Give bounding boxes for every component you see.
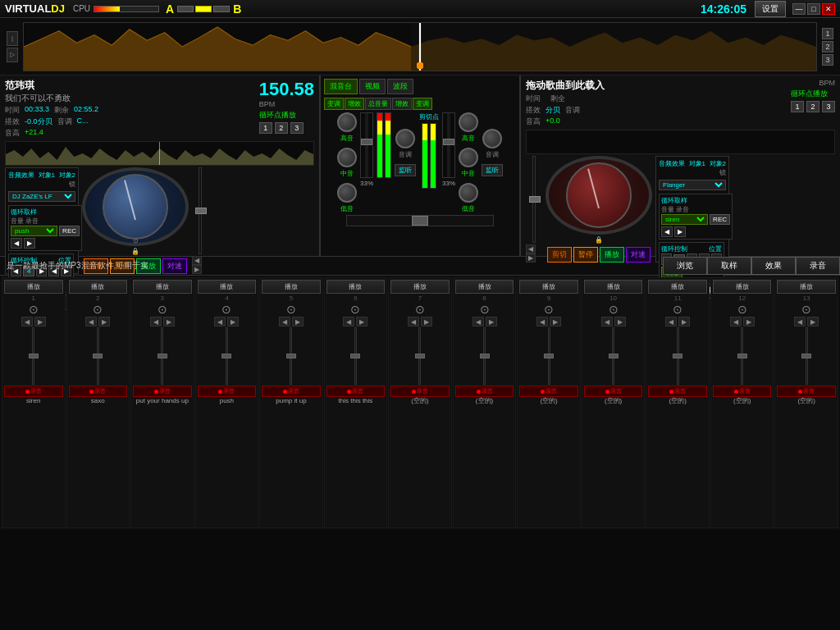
samp-icon-5[interactable]: ⊙: [286, 303, 296, 316]
prev-sample-btn[interactable]: ◀: [11, 238, 22, 249]
samp-arr-l-4[interactable]: ◀: [214, 317, 226, 326]
samp-icon-3[interactable]: ⊙: [158, 303, 167, 316]
mixer-tab-band[interactable]: 波段: [387, 79, 413, 94]
samp-play-12[interactable]: 播放: [713, 280, 772, 294]
samp-arr-r-8[interactable]: ▶: [486, 317, 497, 326]
waveform-left-btn1[interactable]: |: [7, 31, 18, 46]
samp-icon-2[interactable]: ⊙: [93, 303, 103, 316]
right-low-knob[interactable]: [459, 183, 478, 203]
samp-arm-9[interactable]: 录音: [519, 386, 578, 397]
samp-fader-thumb-8[interactable]: [480, 354, 490, 358]
r-loop-btn-1[interactable]: 1: [791, 101, 804, 112]
samp-play-3[interactable]: 播放: [133, 280, 192, 294]
samp-fader-thumb-6[interactable]: [350, 354, 360, 358]
samp-play-5[interactable]: 播放: [262, 280, 321, 294]
samp-arr-l-8[interactable]: ◀: [472, 317, 484, 326]
samp-arr-l-3[interactable]: ◀: [150, 317, 162, 326]
pitch-thumb-left[interactable]: [195, 208, 207, 214]
samp-icon-4[interactable]: ⊙: [221, 303, 231, 316]
right-turntable[interactable]: [546, 156, 652, 235]
tab-browse[interactable]: 浏览: [663, 257, 707, 275]
right-tone-knob[interactable]: [482, 129, 502, 148]
samp-icon-1[interactable]: ⊙: [29, 303, 39, 316]
samp-arr-l-12[interactable]: ◀: [730, 317, 742, 326]
samp-fader-thumb-10[interactable]: [609, 354, 619, 358]
sub-tab-3[interactable]: 总音量: [365, 98, 391, 110]
samp-arr-r-9[interactable]: ▶: [550, 317, 561, 326]
loop-btn-1[interactable]: 1: [259, 122, 272, 134]
settings-button[interactable]: 设置: [755, 1, 786, 17]
samp-arr-l-7[interactable]: ◀: [408, 317, 419, 326]
samp-play-1[interactable]: 播放: [4, 280, 63, 294]
samp-arm-2[interactable]: 录音: [69, 386, 128, 397]
right-volume-fader[interactable]: [442, 112, 455, 178]
left-low-knob[interactable]: [337, 183, 357, 203]
waveform-left-btn2[interactable]: ▷: [7, 48, 18, 62]
sub-tab-1[interactable]: 变调: [324, 98, 344, 110]
right-pitch-left-btn[interactable]: ◀: [526, 244, 536, 253]
close-button[interactable]: ✕: [822, 3, 835, 15]
next-sample-btn[interactable]: ▶: [24, 238, 35, 249]
samp-fader-thumb-3[interactable]: [158, 354, 167, 358]
fader-thumb-r[interactable]: [443, 139, 454, 145]
samp-fader-10[interactable]: [584, 327, 643, 385]
samp-arr-l-10[interactable]: ◀: [601, 317, 613, 326]
samp-play-2[interactable]: 播放: [69, 280, 128, 294]
monitor-btn-right[interactable]: 监听: [482, 164, 503, 176]
samp-arr-l-13[interactable]: ◀: [794, 317, 806, 326]
samp-arr-l-11[interactable]: ◀: [665, 317, 677, 326]
samp-icon-6[interactable]: ⊙: [350, 303, 360, 316]
fader-thumb[interactable]: [361, 139, 372, 145]
samp-icon-11[interactable]: ⊙: [673, 303, 682, 316]
samp-arr-r-5[interactable]: ▶: [292, 317, 304, 326]
samp-play-13[interactable]: 播放: [777, 280, 836, 294]
samp-icon-12[interactable]: ⊙: [737, 303, 747, 316]
samp-fader-1[interactable]: [4, 327, 63, 385]
samp-icon-9[interactable]: ⊙: [544, 303, 554, 316]
loop-btn-2[interactable]: 2: [275, 122, 288, 134]
crossfader-thumb[interactable]: [412, 216, 428, 226]
left-turntable[interactable]: ⊙: [82, 167, 189, 246]
sub-tab-5[interactable]: 变调: [413, 98, 432, 110]
samp-fader-4[interactable]: [198, 327, 257, 385]
samp-arm-7[interactable]: 录音: [390, 386, 450, 397]
right-mid-knob[interactable]: [459, 148, 478, 167]
samp-arr-l-1[interactable]: ◀: [21, 317, 33, 326]
rec-button[interactable]: REC: [59, 226, 80, 236]
samp-arr-r-6[interactable]: ▶: [356, 317, 368, 326]
samp-play-4[interactable]: 播放: [198, 280, 257, 294]
tab-effects[interactable]: 效果: [751, 257, 796, 275]
samp-icon-13[interactable]: ⊙: [801, 303, 811, 316]
samp-arr-r-3[interactable]: ▶: [163, 317, 175, 326]
samp-arr-r-13[interactable]: ▶: [807, 317, 819, 326]
samp-arr-r-12[interactable]: ▶: [743, 317, 755, 326]
pitch-thumb-right[interactable]: [529, 196, 541, 203]
left-tone-knob[interactable]: [395, 129, 415, 148]
samp-arr-l-2[interactable]: ◀: [85, 317, 97, 326]
samp-fader-7[interactable]: [390, 327, 450, 385]
samp-fader-thumb-2[interactable]: [93, 354, 103, 358]
samp-fader-thumb-12[interactable]: [737, 354, 747, 358]
samp-arr-r-7[interactable]: ▶: [421, 317, 432, 326]
r-rec-button[interactable]: REC: [710, 214, 730, 225]
r-loop-btn-2[interactable]: 2: [806, 101, 819, 112]
samp-arm-4[interactable]: 录音: [198, 386, 257, 397]
sub-tab-4[interactable]: 增效: [392, 98, 412, 110]
r-loop-btn-3[interactable]: 3: [822, 101, 835, 112]
right-high-knob[interactable]: [459, 112, 478, 132]
samp-fader-9[interactable]: [519, 327, 578, 385]
r-prev-sample-btn[interactable]: ◀: [661, 226, 673, 237]
samp-play-8[interactable]: 播放: [455, 280, 514, 294]
samp-arr-r-2[interactable]: ▶: [98, 317, 110, 326]
samp-arm-12[interactable]: 录音: [713, 386, 772, 397]
samp-arm-1[interactable]: 录音: [4, 386, 63, 397]
samp-arm-8[interactable]: 录音: [455, 386, 514, 397]
samp-arr-l-5[interactable]: ◀: [279, 317, 290, 326]
minimize-button[interactable]: —: [792, 3, 806, 15]
sample-preset-select[interactable]: push: [11, 226, 57, 236]
tab-record[interactable]: 录音: [796, 257, 840, 275]
samp-fader-thumb-7[interactable]: [415, 354, 425, 358]
r-next-sample-btn[interactable]: ▶: [674, 226, 686, 237]
samp-fader-8[interactable]: [455, 327, 514, 385]
right-fx-select[interactable]: Flanger: [659, 180, 726, 190]
